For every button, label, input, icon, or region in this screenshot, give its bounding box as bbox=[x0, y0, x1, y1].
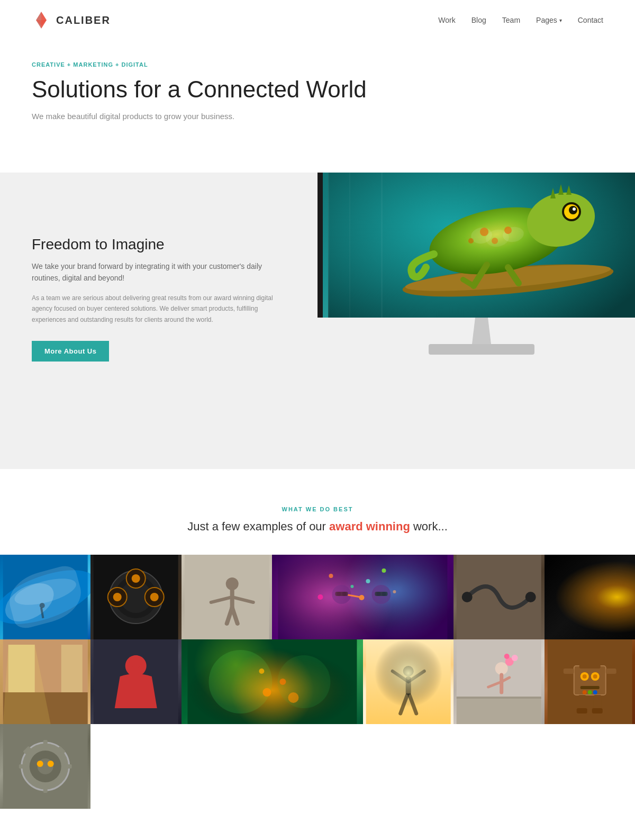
svg-line-76 bbox=[547, 594, 611, 596]
svg-rect-131 bbox=[576, 708, 587, 713]
svg-rect-7 bbox=[381, 173, 383, 318]
svg-rect-66 bbox=[375, 592, 388, 596]
svg-rect-52 bbox=[278, 555, 448, 639]
chameleon-image bbox=[323, 173, 635, 318]
svg-rect-123 bbox=[580, 686, 599, 689]
svg-rect-85 bbox=[61, 645, 83, 692]
svg-point-72 bbox=[462, 592, 473, 602]
svg-rect-108 bbox=[457, 697, 541, 699]
svg-rect-62 bbox=[335, 592, 348, 596]
svg-line-69 bbox=[348, 595, 360, 597]
portfolio-grid bbox=[0, 555, 635, 809]
monitor-neck bbox=[466, 318, 497, 344]
svg-rect-138 bbox=[43, 785, 48, 793]
svg-rect-128 bbox=[605, 669, 616, 674]
grid-item-fitness[interactable] bbox=[182, 555, 272, 639]
svg-point-124 bbox=[582, 690, 586, 694]
grid-item-dashboard[interactable] bbox=[90, 555, 181, 639]
grid-item-surf[interactable] bbox=[0, 555, 90, 639]
grid-item-interior[interactable] bbox=[0, 639, 90, 724]
svg-rect-6 bbox=[349, 173, 350, 318]
about-content: Freedom to Imagine We take your brand fo… bbox=[32, 215, 286, 362]
nav-blog[interactable]: Blog bbox=[471, 16, 486, 24]
svg-line-77 bbox=[547, 597, 605, 598]
svg-point-144 bbox=[48, 761, 54, 767]
grid-item-hoodie[interactable] bbox=[90, 639, 181, 724]
svg-point-126 bbox=[593, 690, 597, 694]
nav-pages[interactable]: Pages ▾ bbox=[536, 16, 562, 24]
portfolio-tag: WHAT WE DO BEST bbox=[0, 506, 635, 512]
robot2-image bbox=[0, 724, 90, 809]
nav-work[interactable]: Work bbox=[438, 16, 455, 24]
svg-rect-91 bbox=[187, 639, 357, 724]
grid-item-party[interactable] bbox=[272, 555, 453, 639]
svg-marker-2 bbox=[36, 20, 47, 25]
hero-subtitle: We make beautiful digital products to gr… bbox=[32, 112, 603, 121]
logo[interactable]: CALIBER bbox=[32, 11, 111, 30]
shoes-image bbox=[453, 555, 544, 639]
runner-image bbox=[453, 639, 544, 724]
svg-point-59 bbox=[393, 590, 396, 593]
svg-rect-137 bbox=[43, 740, 48, 748]
svg-rect-90 bbox=[187, 639, 357, 724]
svg-point-43 bbox=[150, 593, 159, 601]
portfolio-title-suffix: work... bbox=[410, 520, 448, 533]
svg-point-25 bbox=[480, 228, 488, 236]
svg-point-56 bbox=[351, 585, 354, 588]
monitor-stand bbox=[318, 318, 635, 355]
svg-point-121 bbox=[582, 674, 586, 679]
svg-rect-139 bbox=[19, 764, 27, 769]
hero-tagline: CREATIVE + MARKETING + DIGITAL bbox=[32, 61, 603, 68]
grid-item-abstract[interactable] bbox=[182, 639, 363, 724]
bottom-section: Shaping user experience to build powerfu… bbox=[0, 809, 635, 840]
grid-item-runner[interactable] bbox=[453, 639, 544, 724]
dashboard-image bbox=[90, 555, 181, 639]
svg-point-55 bbox=[329, 574, 333, 578]
portfolio-section: WHAT WE DO BEST Just a few examples of o… bbox=[0, 469, 635, 809]
lights-image bbox=[545, 555, 635, 639]
abstract-image bbox=[182, 639, 363, 724]
svg-rect-107 bbox=[457, 698, 541, 724]
brand-name: CALIBER bbox=[56, 14, 111, 26]
hoodie-image bbox=[90, 639, 181, 724]
monitor-display bbox=[318, 173, 635, 355]
fitness-image bbox=[182, 555, 272, 639]
svg-rect-5 bbox=[328, 173, 329, 318]
svg-point-15 bbox=[573, 207, 576, 211]
svg-point-63 bbox=[337, 592, 341, 596]
portfolio-title-highlight: award winning bbox=[329, 520, 410, 533]
main-nav: Work Blog Team Pages ▾ Contact bbox=[438, 16, 603, 24]
svg-point-109 bbox=[495, 662, 508, 675]
nav-contact[interactable]: Contact bbox=[578, 16, 603, 24]
silhouette-image bbox=[363, 639, 453, 724]
svg-rect-29 bbox=[3, 555, 88, 639]
grid-item-silhouette[interactable] bbox=[363, 639, 453, 724]
about-title: Freedom to Imagine bbox=[32, 236, 286, 253]
grid-item-shoes[interactable] bbox=[453, 555, 544, 639]
about-description: We take your brand forward by integratin… bbox=[32, 260, 286, 284]
header: CALIBER Work Blog Team Pages ▾ Contact bbox=[0, 0, 635, 40]
more-about-us-button[interactable]: More About Us bbox=[32, 341, 109, 362]
svg-rect-75 bbox=[547, 555, 632, 639]
portfolio-title-prefix: Just a few examples of our bbox=[187, 520, 329, 533]
grid-item-robot2[interactable] bbox=[0, 724, 90, 809]
svg-rect-53 bbox=[278, 555, 448, 639]
nav-team[interactable]: Team bbox=[502, 16, 520, 24]
svg-point-125 bbox=[587, 690, 592, 694]
svg-rect-127 bbox=[563, 669, 574, 674]
about-section: Freedom to Imagine We take your brand fo… bbox=[0, 173, 635, 469]
svg-point-61 bbox=[332, 585, 351, 604]
svg-point-73 bbox=[525, 592, 536, 602]
svg-rect-74 bbox=[547, 555, 632, 639]
grid-item-lights[interactable] bbox=[545, 555, 635, 639]
svg-point-26 bbox=[492, 238, 498, 244]
interior-image bbox=[0, 639, 90, 724]
svg-line-80 bbox=[547, 602, 603, 603]
monitor-screen bbox=[323, 173, 635, 318]
svg-rect-140 bbox=[64, 764, 72, 769]
svg-point-68 bbox=[382, 592, 386, 596]
svg-point-57 bbox=[318, 594, 323, 600]
svg-point-42 bbox=[113, 593, 122, 601]
grid-item-robot1[interactable] bbox=[545, 639, 635, 724]
svg-point-97 bbox=[259, 669, 264, 674]
